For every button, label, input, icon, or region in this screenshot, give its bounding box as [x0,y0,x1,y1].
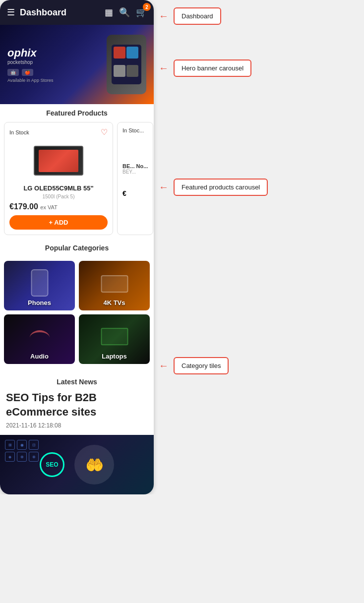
footer-banner[interactable]: ⊞ ◉ ⊡ ◈ ⊕ ⊗ SEO 🤲 [0,435,154,494]
categories-title: Popular Categories [0,239,154,257]
menu-icon[interactable]: ☰ [7,7,15,18]
tv-screen [39,150,78,172]
product-price-vat-1: ex VAT [40,204,57,210]
seo-circle: SEO [40,452,64,477]
stock-status-2: In Stoc... [122,127,148,133]
annotations-panel: Dashboard Hero banner carousel Featured … [154,0,364,494]
product-header-1: In Stock ♡ [9,127,108,137]
store-text: Available in App Stores [7,78,107,83]
product-card-2: In Stoc... BE... No... BEY... € [117,122,153,235]
categories-section: Popular Categories Phones 4K TVs Audio [0,239,154,373]
product-price-1: €179.00 ex VAT [9,202,108,211]
header: ☰ Dashboard ▦ 🔍 🛒 2 [0,0,154,25]
grid-icon-3: ⊡ [29,440,39,450]
add-to-cart-button-1[interactable]: + ADD [9,215,108,230]
laptop-decor-icon [101,328,128,345]
product-price-2: € [122,189,148,197]
barcode-icon[interactable]: ▦ [105,7,113,18]
category-tile-tvs[interactable]: 4K TVs [79,261,150,310]
headphones-decor-icon [30,330,50,345]
product-sku-1: 1500I (Pack 5) [9,194,108,199]
hand-icon: 🤲 [74,445,114,484]
annotation-box-hero: Hero banner carousel [174,60,251,77]
header-title: Dashboard [20,7,105,18]
arrow-featured [159,181,169,193]
grid-icon-2: ◉ [17,440,27,450]
annotation-dashboard: Dashboard [159,7,221,25]
phone-frame: ☰ Dashboard ▦ 🔍 🛒 2 ophix pocketshop 🤖 [0,0,154,494]
brand-logo: ophix [7,47,107,60]
product-name-2: BE... No... [122,163,148,169]
grid-icon-1: ⊞ [5,440,15,450]
apple-badge: 🍎 [22,69,33,76]
news-section: Latest News SEO Tips for B2B eCommerce s… [0,373,154,435]
arrow-dashboard [159,10,169,22]
grid-icon-6: ⊗ [29,452,39,462]
tv-image [34,146,83,176]
news-date: 2021-11-16 12:18:08 [6,422,148,429]
stock-status-1: In Stock [9,129,29,135]
header-icons: ▦ 🔍 🛒 2 [105,7,147,18]
mockup-screen [112,45,141,84]
android-badge: 🤖 [7,69,19,76]
product-brand-2: BEY... [122,169,148,175]
product-name-1: LG OLED55C9MLB 55" [9,184,108,192]
brand-subtext: pocketshop [7,60,107,65]
category-tile-audio[interactable]: Audio [4,314,75,364]
phone-decor-icon [31,269,48,297]
product-card-1: In Stock ♡ LG OLED55C9MLB 55" 1500I (Pac… [4,122,113,235]
annotation-hero: Hero banner carousel [159,60,251,77]
product-image-1 [9,141,108,181]
wishlist-icon-1[interactable]: ♡ [101,127,108,137]
category-grid: Phones 4K TVs Audio Laptops [0,257,154,368]
category-label-audio: Audio [4,353,75,360]
category-label-tvs: 4K TVs [79,299,150,306]
category-tile-phones[interactable]: Phones [4,261,75,310]
arrow-categories [159,360,169,371]
news-section-title: Latest News [6,373,148,391]
category-tile-laptops[interactable]: Laptops [79,314,150,364]
annotation-box-dashboard: Dashboard [174,7,221,25]
category-label-laptops: Laptops [79,353,150,360]
featured-products-title: Featured Products [0,104,154,122]
cart-icon[interactable]: 🛒 2 [136,7,147,18]
hero-phone-mockup [107,35,146,94]
platform-badges: 🤖 🍎 [7,69,107,76]
category-label-phones: Phones [4,299,75,306]
cart-badge: 2 [143,3,151,11]
products-carousel: In Stock ♡ LG OLED55C9MLB 55" 1500I (Pac… [0,122,154,239]
search-icon[interactable]: 🔍 [119,7,130,18]
annotation-featured: Featured products carousel [159,179,268,196]
hero-banner[interactable]: ophix pocketshop 🤖 🍎 Available in App St… [0,25,154,104]
tv-decor-icon [101,275,128,293]
grid-icon-4: ◈ [5,452,15,462]
annotation-categories: Category tiles [159,357,229,374]
arrow-hero [159,62,169,74]
grid-icon-5: ⊕ [17,452,27,462]
news-headline[interactable]: SEO Tips for B2B eCommerce sites [6,391,148,419]
hero-logo-area: ophix pocketshop 🤖 🍎 Available in App St… [7,47,107,83]
footer-icons-grid: ⊞ ◉ ⊡ ◈ ⊕ ⊗ [5,440,39,462]
annotation-box-categories: Category tiles [174,357,229,374]
annotation-box-featured: Featured products carousel [174,179,268,196]
